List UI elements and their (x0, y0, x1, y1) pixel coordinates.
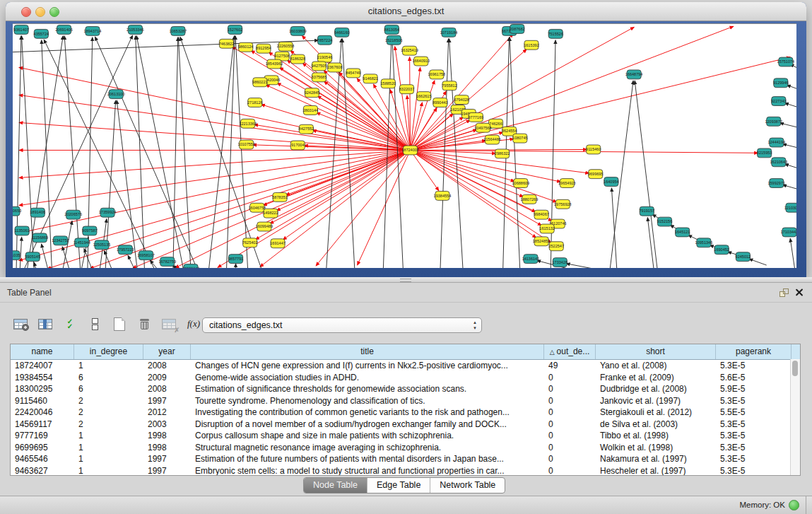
table-cell[interactable]: 2009 (143, 372, 191, 384)
column-header-short[interactable]: short (596, 344, 716, 359)
graph-node[interactable]: 5905145 (25, 252, 40, 262)
graph-node[interactable]: 2190546 (317, 53, 333, 62)
graph-node[interactable]: 15992971 (767, 179, 785, 188)
graph-node[interactable]: 21564486 (483, 135, 501, 144)
citation-edge-black[interactable] (42, 244, 49, 268)
graph-node[interactable]: 15751074 (777, 57, 795, 66)
tab-network-table[interactable]: Network Table (430, 478, 505, 493)
graph-node[interactable]: 3215953 (757, 148, 772, 158)
column-header-in_degree[interactable]: in_degree (74, 344, 143, 359)
graph-node[interactable]: 7625402 (242, 238, 258, 247)
graph-node[interactable]: 8912954 (256, 44, 271, 53)
graph-node[interactable]: 1191035 (13, 251, 20, 260)
graph-node[interactable]: 12103054 (784, 203, 796, 212)
graph-node[interactable]: 8813054 (384, 25, 400, 34)
citation-edge-black[interactable] (790, 238, 795, 268)
citation-edge-black[interactable] (150, 260, 158, 268)
table-cell[interactable]: Changes of HCN gene expression and I(f) … (191, 360, 544, 372)
graph-node[interactable]: 10653287 (170, 26, 187, 35)
graph-node[interactable]: 18524851 (533, 237, 551, 246)
table-row[interactable]: 977716911998Corpus callosum shape and si… (11, 430, 800, 442)
graph-node[interactable]: 9245012 (736, 252, 751, 262)
graph-node[interactable]: 6794028 (454, 95, 469, 105)
table-row[interactable]: 1938455462009Genome-wide association stu… (11, 372, 800, 384)
graph-node[interactable]: 9984067 (534, 210, 549, 219)
graph-node[interactable]: 8427552 (299, 124, 314, 134)
graph-node[interactable]: 1498222 (263, 209, 278, 218)
graph-node[interactable]: 10497568 (474, 123, 492, 132)
column-header-title[interactable]: title (191, 344, 544, 359)
table-cell[interactable]: de Silva et al. (2003) (596, 419, 716, 431)
table-cell[interactable]: 5.3E-5 (716, 465, 792, 477)
table-cell[interactable]: 9777169 (11, 430, 74, 442)
graph-node[interactable]: 18807269 (521, 194, 539, 204)
table-cell[interactable]: Estimation of the future numbers of pati… (191, 453, 544, 465)
graph-node[interactable]: 8186328 (290, 54, 306, 64)
graph-node[interactable]: 1588520 (381, 79, 396, 88)
citation-edge-black[interactable] (566, 264, 604, 268)
table-cell[interactable]: 0 (544, 442, 596, 454)
memory-ok-indicator-icon[interactable] (789, 500, 799, 510)
table-row[interactable]: 946362711997Embryonic stem cells: a mode… (11, 465, 800, 477)
table-cell[interactable]: 9465546 (11, 453, 74, 465)
table-cell[interactable]: 22420046 (11, 407, 74, 419)
citation-edge-black[interactable] (783, 144, 796, 148)
table-cell[interactable]: Tourette syndrome. Phenomenology and cla… (191, 395, 544, 407)
table-cell[interactable]: 2 (74, 407, 143, 419)
table-cell[interactable]: 49 (544, 360, 596, 372)
graph-node[interactable]: 6466160 (334, 28, 350, 37)
table-cell[interactable]: 6 (74, 383, 143, 395)
table-row[interactable]: 1456911722003Disruption of a novel membe… (11, 419, 800, 431)
graph-hub-node[interactable]: 18724007 (401, 146, 419, 155)
citation-edge-black[interactable] (780, 123, 796, 127)
graph-node[interactable]: 12213363 (239, 119, 257, 128)
citation-edge-black[interactable] (128, 255, 135, 268)
table-cell[interactable]: 1997 (143, 465, 191, 477)
citation-edge-black[interactable] (180, 37, 262, 268)
citation-edge-black[interactable] (611, 188, 616, 268)
table-cell[interactable]: 9115460 (11, 395, 74, 407)
graph-node[interactable]: 2803144 (303, 105, 319, 115)
graph-node[interactable]: 1691447 (270, 239, 286, 248)
graph-node[interactable]: 9860124 (238, 42, 254, 52)
graph-node[interactable]: 9361407 (13, 25, 29, 34)
splitter-grip-icon[interactable] (400, 279, 411, 282)
graph-node[interactable]: 17359924 (99, 208, 117, 217)
table-cell[interactable]: 2003 (143, 419, 191, 431)
graph-node[interactable]: 16958107 (137, 251, 155, 260)
table-cell[interactable]: Nakamura et al. (1997) (596, 453, 716, 465)
table-vertical-scrollbar[interactable] (790, 359, 800, 475)
citation-edge-black[interactable] (13, 40, 319, 52)
table-cell[interactable]: 0 (544, 419, 596, 431)
table-cell[interactable]: 2 (74, 419, 143, 431)
graph-node[interactable]: 1662615 (416, 92, 432, 101)
graph-node[interactable]: 1891406 (30, 208, 46, 217)
column-header-out_de[interactable]: △out_de... (544, 344, 596, 359)
graph-node[interactable]: 1733426 (553, 258, 568, 267)
column-header-year[interactable]: year (143, 344, 191, 359)
table-cell[interactable]: 2008 (143, 383, 191, 395)
graph-node[interactable]: 16325419 (401, 46, 418, 55)
graph-node[interactable]: 9699695 (588, 170, 604, 179)
graph-node[interactable]: 1615132 (539, 224, 555, 233)
graph-node[interactable]: 7955812 (442, 81, 457, 90)
row-selection-button[interactable]: ✓✓ (59, 314, 81, 334)
citation-edge-black[interactable] (64, 36, 81, 268)
citation-edge-black[interactable] (787, 85, 796, 88)
table-cell[interactable]: 14569117 (11, 419, 74, 431)
citation-edge-black[interactable] (34, 262, 36, 268)
table-cell[interactable]: 1 (74, 453, 143, 465)
graph-node[interactable]: 15218506 (385, 35, 403, 45)
graph-node[interactable]: 9227343 (771, 97, 787, 106)
citation-edge-black[interactable] (173, 37, 178, 268)
network-graph[interactable]: 9361407435572420691406189437142105334610… (13, 24, 796, 268)
table-cell[interactable]: 5.3E-5 (716, 430, 792, 442)
table-cell[interactable]: Disruption of a novel member of a sodium… (191, 419, 544, 431)
tab-node-table[interactable]: Node Table (304, 478, 367, 493)
table-cell[interactable]: 1998 (143, 442, 191, 454)
network-canvas[interactable]: 9361407435572420691406189437142105334610… (13, 23, 796, 268)
table-cell[interactable]: 0 (544, 395, 596, 407)
table-cell[interactable]: 0 (544, 407, 596, 419)
citation-edge-black[interactable] (749, 259, 767, 265)
graph-node[interactable]: 2986322 (495, 149, 510, 158)
